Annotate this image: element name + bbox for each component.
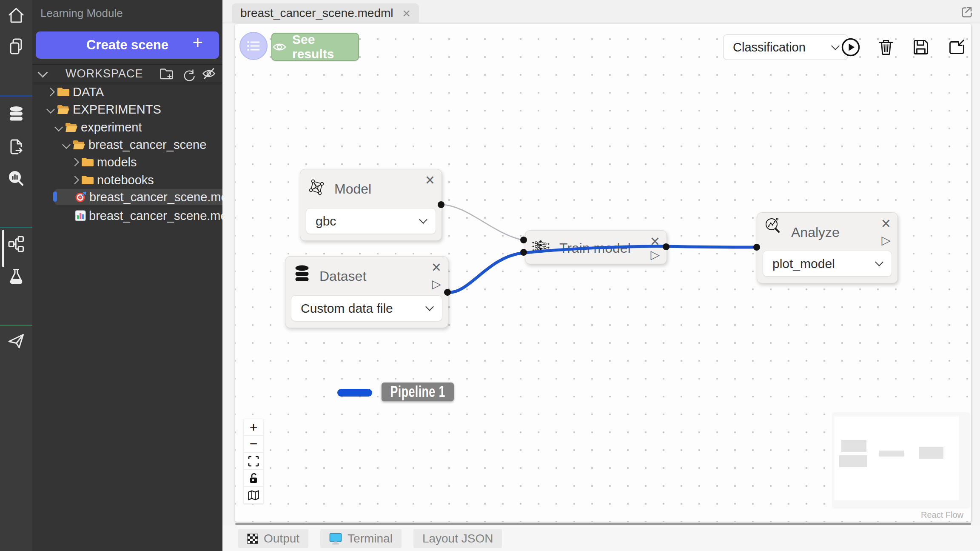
minus-icon: − [250, 436, 258, 452]
folder-icon [81, 157, 94, 167]
node-train-model[interactable]: Train model × ▷ [525, 230, 667, 264]
target-icon [75, 191, 86, 203]
zoom-out-button[interactable]: − [244, 436, 263, 453]
analyze-select-value: plot_model [772, 257, 835, 271]
tree-item-experiments[interactable]: EXPERIMENTS [47, 101, 161, 117]
model-select[interactable]: gbc [306, 208, 436, 234]
close-icon[interactable]: × [650, 233, 660, 249]
tab-close-icon[interactable]: × [402, 7, 410, 19]
send-icon[interactable] [6, 330, 26, 351]
node-menu-button[interactable] [239, 32, 268, 60]
chart-file-icon [75, 210, 86, 221]
lock-button[interactable] [244, 470, 263, 487]
import-scene-button[interactable] [946, 37, 966, 57]
save-button[interactable] [911, 37, 931, 57]
new-folder-icon[interactable] [159, 66, 174, 81]
tree-item-breast-cancer-scene[interactable]: breast_cancer_scene [63, 137, 206, 153]
list-icon [247, 40, 260, 52]
edge-model-train[interactable] [441, 205, 523, 240]
run-node-icon[interactable]: ▷ [650, 248, 660, 262]
scene-type-select[interactable]: Classification [723, 34, 848, 60]
minimap-viewport [835, 417, 959, 500]
tree-item-data[interactable]: DATA [47, 84, 104, 100]
node-title: Model [334, 181, 371, 197]
node-analyze[interactable]: Analyze × ▷ plot_model [757, 212, 898, 283]
dataset-database-icon [292, 264, 312, 284]
close-icon[interactable]: × [881, 215, 891, 231]
model-select-value: gbc [316, 214, 336, 228]
tree-item-experiment[interactable]: experiment [55, 119, 142, 135]
layout-json-tab[interactable]: Layout JSON [413, 529, 502, 548]
see-results-button[interactable]: See results [271, 33, 359, 61]
handle-train-in-model[interactable] [520, 237, 527, 243]
node-title: Train model [559, 240, 631, 256]
dataset-select[interactable]: Custom data file [291, 295, 442, 321]
tree-item-medml-selected[interactable]: breast_cancer_scene.medml [54, 189, 241, 205]
tree-item-label: experiment [81, 120, 142, 134]
rail-divider-blue [0, 95, 32, 97]
tree-item-notebooks[interactable]: notebooks [71, 172, 154, 188]
terminal-tab-label: Terminal [348, 532, 393, 545]
pipeline-label[interactable]: Pipeline 1 [382, 383, 454, 401]
node-model[interactable]: Model × gbc [300, 169, 442, 241]
plus-icon: + [192, 32, 203, 53]
pipeline-label-text: Pipeline 1 [390, 383, 445, 400]
handle-train-in-data[interactable] [520, 249, 527, 256]
unlock-icon [247, 472, 260, 485]
chevron-down-icon [37, 67, 48, 77]
folder-icon [81, 175, 94, 185]
tree-item-label: notebooks [97, 173, 154, 187]
minimap-node-analyze [919, 447, 943, 459]
minimap-toggle-button[interactable] [244, 487, 263, 504]
node-dataset[interactable]: Dataset × ▷ Custom data file [285, 256, 448, 328]
flow-canvas[interactable]: See results Classification [235, 24, 971, 522]
folder-open-icon [73, 140, 85, 150]
zoom-in-button[interactable]: + [244, 419, 263, 436]
terminal-tab[interactable]: Terminal [320, 529, 402, 548]
flask-icon[interactable] [6, 266, 26, 287]
output-tab-label: Output [264, 532, 299, 545]
selection-indicator [53, 191, 57, 202]
folder-open-icon [57, 104, 70, 114]
minimap-node-dataset [839, 455, 867, 467]
tree-item-models[interactable]: models [71, 154, 137, 170]
handle-model-out[interactable] [438, 201, 444, 208]
node-title: Dataset [319, 268, 366, 284]
tab-breast-cancer-scene[interactable]: breast_cancer_scene.medml × [232, 3, 419, 23]
tree-item-label: models [97, 155, 137, 169]
create-scene-button[interactable]: Create scene + [36, 31, 219, 59]
refresh-icon[interactable] [180, 66, 195, 81]
home-icon[interactable] [6, 5, 26, 26]
delete-button[interactable] [876, 37, 896, 57]
fit-view-button[interactable] [244, 453, 263, 470]
handle-analyze-in[interactable] [753, 244, 760, 251]
panel-resize-handle[interactable] [235, 523, 971, 525]
handle-train-out[interactable] [663, 243, 669, 250]
dataset-select-value: Custom data file [301, 301, 393, 316]
eye-off-icon[interactable] [201, 66, 217, 81]
search-stats-icon[interactable] [6, 169, 26, 189]
minimap-node-model [841, 440, 866, 452]
scenes-copy-icon[interactable] [6, 37, 26, 57]
checkered-flag-icon [247, 534, 258, 544]
close-icon[interactable]: × [425, 172, 435, 188]
pipeline-color-swatch[interactable] [337, 389, 372, 397]
handle-dataset-out[interactable] [444, 289, 451, 296]
database-icon[interactable] [6, 105, 26, 125]
run-node-icon[interactable]: ▷ [881, 233, 891, 247]
output-tab[interactable]: Output [238, 529, 308, 548]
close-icon[interactable]: × [432, 259, 441, 275]
rail-divider-teal [0, 227, 32, 228]
file-export-icon[interactable] [6, 137, 26, 157]
workspace-header[interactable]: WORKSPACE [32, 64, 222, 83]
workspace-label: WORKSPACE [66, 67, 143, 80]
run-all-button[interactable] [840, 37, 861, 57]
flow-icon[interactable] [6, 234, 26, 254]
analyze-magnifier-icon [764, 217, 783, 237]
chevron-down-icon [62, 140, 71, 149]
analyze-select[interactable]: plot_model [763, 251, 892, 277]
minimap[interactable] [833, 413, 969, 508]
open-external-icon[interactable] [960, 5, 973, 19]
run-node-icon[interactable]: ▷ [432, 277, 441, 291]
chevron-down-icon [419, 215, 427, 224]
